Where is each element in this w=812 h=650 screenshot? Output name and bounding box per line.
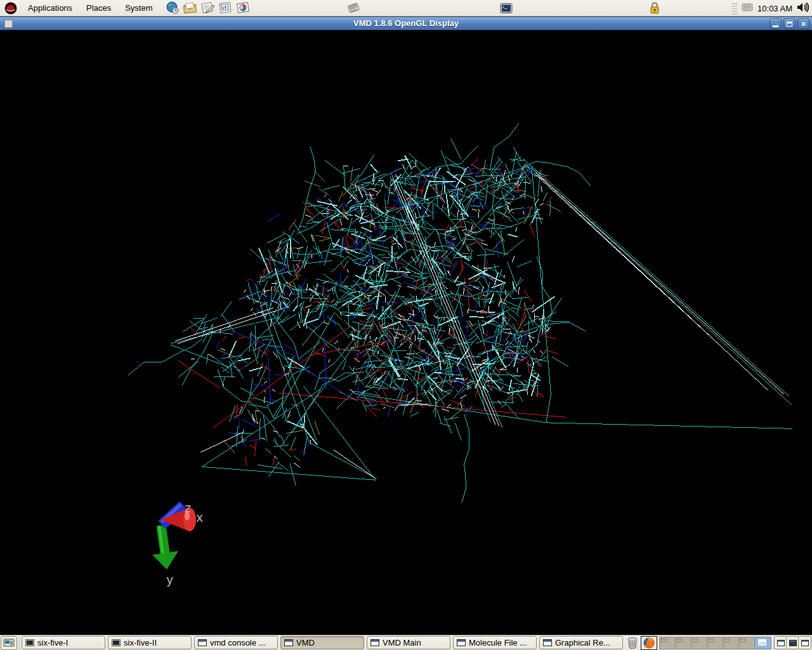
notification-tray-icon[interactable] xyxy=(742,3,753,14)
desktop: { "top_panel": { "logo": "red-hat-menu-i… xyxy=(0,0,812,650)
workspace-mini-window xyxy=(758,639,766,646)
calculator-icon[interactable] xyxy=(346,1,362,16)
window-icon xyxy=(370,639,379,646)
trash-icon[interactable] xyxy=(624,636,641,650)
lock-screen-icon[interactable] xyxy=(648,1,661,16)
window-list-button-2[interactable] xyxy=(786,636,799,649)
window-list-button-1[interactable] xyxy=(774,636,787,649)
axis-gizmo: z x y xyxy=(136,492,219,619)
email-icon[interactable] xyxy=(182,1,198,15)
red-hat-menu-icon[interactable] xyxy=(4,2,17,15)
panel-launchers xyxy=(164,1,251,15)
workspace-cell-6[interactable] xyxy=(739,637,755,649)
workspace-cell-4[interactable] xyxy=(707,637,723,649)
window-icon xyxy=(198,639,207,646)
maximize-button[interactable] xyxy=(783,18,796,29)
molecule-render[interactable] xyxy=(0,30,812,635)
panel-drag-handle[interactable] xyxy=(732,2,737,15)
workspace-cell-3[interactable] xyxy=(691,637,707,649)
workspace-switcher xyxy=(659,637,771,649)
window-icon xyxy=(284,639,293,646)
taskbar-button-vmd-main[interactable]: VMD Main xyxy=(367,636,450,649)
workspace-cell-1[interactable] xyxy=(660,637,676,649)
taskbar-button-six-five-II[interactable]: six-five-II xyxy=(108,636,192,649)
spreadsheet-icon[interactable] xyxy=(218,1,233,15)
opengl-viewport[interactable]: z x y xyxy=(0,30,812,635)
workspace-mini-window xyxy=(724,639,730,642)
window-titlebar[interactable]: VMD 1.8.6 OpenGL Display × xyxy=(0,17,812,30)
terminal-window-icon xyxy=(25,639,34,646)
workspace-mini-window xyxy=(740,639,745,642)
window-icon xyxy=(801,640,809,646)
panel-tray: 10:03 AM xyxy=(732,0,810,17)
window-list-button-3[interactable] xyxy=(798,636,811,649)
maximize-icon xyxy=(787,22,792,27)
workspace-cell-2[interactable] xyxy=(676,637,691,649)
y-axis-label: y xyxy=(166,573,173,587)
terminal-icon[interactable] xyxy=(499,1,514,16)
top-panel: Applications Places System xyxy=(0,0,812,17)
menu-system[interactable]: System xyxy=(118,1,159,15)
taskbar-button-vmd-console[interactable]: vmd console ... xyxy=(194,636,278,649)
minimize-button[interactable] xyxy=(769,18,782,29)
workspace-mini-window xyxy=(709,639,714,642)
close-button[interactable]: × xyxy=(797,18,809,29)
taskbar-drag-handle[interactable] xyxy=(18,637,20,649)
presentation-icon[interactable] xyxy=(235,1,251,15)
terminal-window-icon xyxy=(112,639,121,646)
minimize-icon xyxy=(773,25,778,27)
workspace-mini-window xyxy=(661,639,666,642)
volume-icon[interactable] xyxy=(797,2,810,15)
terminal-window-icon xyxy=(789,640,797,646)
taskbar-button-graphical-re[interactable]: Graphical Re... xyxy=(539,636,623,649)
show-desktop-icon xyxy=(3,638,15,648)
window-controls: × xyxy=(769,18,809,29)
x-axis-label: x xyxy=(196,510,203,524)
workspace-mini-window xyxy=(677,639,682,642)
z-axis-label: z xyxy=(185,501,191,515)
workspace-mini-window xyxy=(693,639,698,642)
taskbar-button-molecule-file[interactable]: Molecule File ... xyxy=(453,636,537,649)
taskbar-button-six-five-I[interactable]: six-five-I xyxy=(22,636,105,649)
window-icon xyxy=(543,639,552,646)
taskbar-button-vmd[interactable]: VMD xyxy=(280,636,364,649)
firefox-icon[interactable] xyxy=(641,636,657,650)
menu-places[interactable]: Places xyxy=(79,1,118,15)
close-icon: × xyxy=(801,20,806,28)
workspace-cell-5[interactable] xyxy=(723,637,739,649)
bottom-taskbar: six-five-I six-five-II vmd console ... V… xyxy=(0,635,812,650)
word-processor-icon[interactable] xyxy=(200,1,216,15)
web-browser-icon[interactable] xyxy=(164,1,180,15)
workspace-cell-7[interactable] xyxy=(755,637,771,649)
window-title: VMD 1.8.6 OpenGL Display xyxy=(0,18,812,28)
window-icon xyxy=(457,639,466,646)
window-icon xyxy=(777,640,785,646)
menu-applications[interactable]: Applications xyxy=(21,1,79,15)
show-desktop-button[interactable] xyxy=(1,636,17,650)
clock[interactable]: 10:03 AM xyxy=(757,4,792,13)
